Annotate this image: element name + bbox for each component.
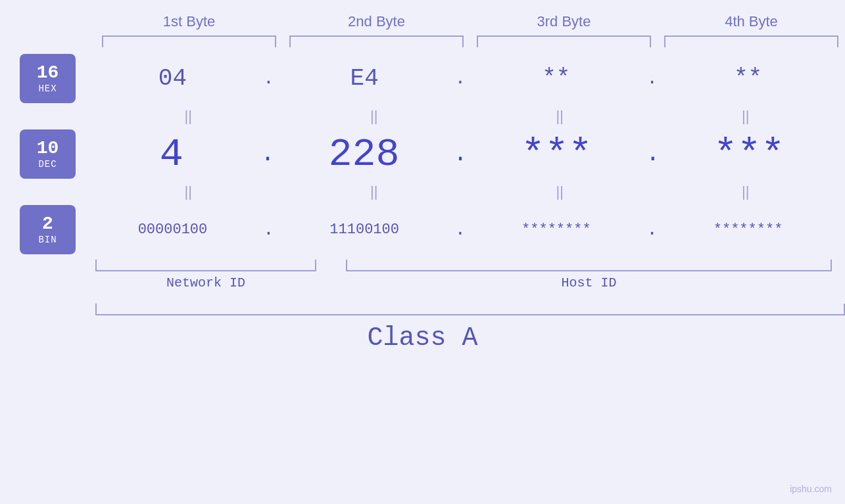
equals-row-2: || || || ||	[0, 179, 845, 205]
host-id-label: Host ID	[346, 275, 832, 290]
hex-dot-2: .	[455, 68, 466, 89]
hex-values: 04 . E4 . ** . **	[76, 65, 845, 92]
hex-dot-1: .	[263, 68, 274, 89]
hex-val-4: **	[658, 65, 838, 92]
bin-val-3: ********	[466, 221, 646, 238]
dec-row: 10 DEC 4 . 228 . *** . ***	[0, 129, 845, 179]
bracket-network	[95, 260, 316, 271]
byte-label-3: 3rd Byte	[470, 13, 658, 35]
hex-val-1: 04	[82, 65, 263, 92]
dec-badge-label: DEC	[38, 159, 57, 170]
main-container: 1st Byte 2nd Byte 3rd Byte 4th Byte 16 H…	[0, 0, 845, 504]
dec-val-3: ***	[468, 132, 646, 177]
equals-2-2: ||	[281, 183, 468, 200]
hex-val-3: **	[466, 65, 646, 92]
class-label: Class A	[367, 323, 477, 353]
bracket-top-1	[102, 35, 276, 47]
hex-badge-label: HEX	[38, 83, 57, 94]
hex-badge-num: 16	[37, 63, 59, 83]
equals-2-1: ||	[95, 183, 281, 200]
bottom-brackets-row	[95, 260, 832, 271]
brackets-top-row	[0, 35, 845, 47]
bin-dot-1: .	[263, 219, 274, 240]
bin-val-2: 11100100	[274, 221, 455, 238]
hex-badge: 16 HEX	[20, 54, 76, 103]
bracket-host	[346, 260, 832, 271]
bin-row: 2 BIN 00000100 . 11100100 . ******** . *…	[0, 205, 845, 254]
equals-1-2: ||	[281, 108, 468, 125]
full-bottom-bracket	[95, 304, 845, 315]
bin-dot-2: .	[455, 219, 466, 240]
equals-1-4: ||	[653, 108, 839, 125]
equals-row-1: || || || ||	[0, 103, 845, 129]
equals-1-1: ||	[95, 108, 281, 125]
byte-labels-row: 1st Byte 2nd Byte 3rd Byte 4th Byte	[0, 13, 845, 35]
equals-2-3: ||	[467, 183, 653, 200]
hex-dot-3: .	[646, 68, 658, 89]
dec-values: 4 . 228 . *** . ***	[76, 132, 845, 177]
dec-val-1: 4	[82, 132, 260, 177]
bin-val-4: ********	[658, 221, 838, 238]
bracket-top-2	[289, 35, 464, 47]
equals-1-3: ||	[467, 108, 653, 125]
hex-row: 16 HEX 04 . E4 . ** . **	[0, 54, 845, 103]
bracket-top-4	[664, 35, 838, 47]
byte-label-1: 1st Byte	[95, 13, 283, 35]
dec-dot-2: .	[453, 141, 468, 168]
dec-badge-num: 10	[37, 139, 59, 159]
dec-dot-3: .	[646, 141, 660, 168]
bottom-brackets-area: Network ID Host ID	[0, 260, 845, 290]
bin-badge: 2 BIN	[20, 205, 76, 254]
bin-dot-3: .	[646, 219, 658, 240]
byte-label-4: 4th Byte	[658, 13, 845, 35]
hex-val-2: E4	[274, 65, 455, 92]
equals-2-4: ||	[653, 183, 839, 200]
dec-val-2: 228	[275, 132, 453, 177]
network-id-label: Network ID	[95, 275, 316, 290]
bin-badge-num: 2	[42, 214, 53, 235]
bin-values: 00000100 . 11100100 . ******** . *******…	[76, 219, 845, 240]
bin-val-1: 00000100	[82, 221, 263, 238]
dec-badge: 10 DEC	[20, 129, 76, 179]
byte-label-2: 2nd Byte	[283, 13, 470, 35]
bracket-labels: Network ID Host ID	[95, 275, 832, 290]
dec-val-4: ***	[660, 132, 838, 177]
dec-dot-1: .	[260, 141, 275, 168]
bracket-top-3	[477, 35, 651, 47]
bin-badge-label: BIN	[38, 235, 57, 245]
class-label-row: Class A	[0, 323, 845, 353]
watermark: ipshu.com	[790, 484, 832, 494]
